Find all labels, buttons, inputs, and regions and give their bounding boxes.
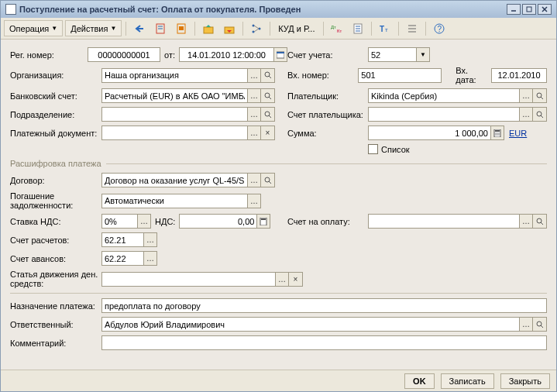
label-comment: Комментарий: <box>10 339 101 348</box>
label-pogashenie: Погашение задолженности: <box>10 191 101 210</box>
responsible-field[interactable] <box>101 317 519 332</box>
folder-down-button[interactable] <box>220 20 239 36</box>
svg-rect-1 <box>527 7 531 12</box>
section-header: Расшифровка платежа <box>10 159 547 168</box>
svg-point-47 <box>498 134 499 135</box>
cashflow-field[interactable] <box>101 272 275 287</box>
spisok-checkbox[interactable] <box>368 144 378 154</box>
label-acct-settlement: Счет расчетов: <box>10 236 101 245</box>
sheet-button[interactable] <box>349 20 367 36</box>
label-pay-doc: Платежный документ: <box>10 129 101 138</box>
ellipsis-icon[interactable]: … <box>247 107 261 122</box>
invoice-field[interactable] <box>368 214 519 229</box>
vh-nomer-field[interactable] <box>358 68 442 83</box>
ellipsis-icon[interactable]: … <box>519 107 533 122</box>
payer-acct-field[interactable] <box>368 107 519 122</box>
clear-icon[interactable]: × <box>289 272 303 287</box>
close-footer-button[interactable]: Закрыть <box>500 373 550 389</box>
list-button[interactable] <box>403 20 421 36</box>
comment-field[interactable] <box>101 335 547 350</box>
orange-doc-button[interactable] <box>172 20 191 36</box>
magnify-icon[interactable] <box>261 173 275 187</box>
label-purpose: Назначение платежа: <box>10 301 101 311</box>
ellipsis-icon[interactable]: … <box>143 232 157 247</box>
label-bank-acct: Банковский счет: <box>10 91 101 101</box>
ellipsis-icon[interactable]: … <box>247 173 261 187</box>
pogashenie-field[interactable] <box>101 194 247 208</box>
magnify-icon[interactable] <box>261 68 275 83</box>
help-button[interactable]: ? <box>430 20 449 36</box>
folder-up-button[interactable] <box>199 20 218 36</box>
ellipsis-icon[interactable]: … <box>143 251 157 266</box>
bank-acct-field[interactable] <box>101 88 247 103</box>
reg-number-field[interactable] <box>88 47 160 62</box>
magnify-icon[interactable] <box>261 88 275 103</box>
close-button[interactable] <box>538 4 552 15</box>
magnify-icon[interactable] <box>533 214 547 229</box>
pay-doc-field[interactable] <box>101 126 247 140</box>
acct-advance-field[interactable] <box>101 251 143 266</box>
summa-field[interactable] <box>368 126 490 140</box>
back-button[interactable] <box>130 20 149 36</box>
currency-link[interactable]: EUR <box>509 129 527 138</box>
payer-field[interactable] <box>368 88 519 103</box>
clear-icon[interactable]: × <box>261 126 275 140</box>
vh-data-field[interactable] <box>491 68 547 83</box>
dtkt-button[interactable]: ДтКт <box>328 20 346 36</box>
minimize-button[interactable] <box>507 4 521 15</box>
acct-settlement-field[interactable] <box>101 232 143 247</box>
ellipsis-icon[interactable]: … <box>247 88 261 103</box>
calculator-icon[interactable] <box>256 214 270 229</box>
uchet-value: 52 <box>371 50 380 60</box>
svg-line-49 <box>269 181 271 184</box>
magnify-icon[interactable] <box>533 88 547 103</box>
label-payer: Плательщик: <box>287 91 368 101</box>
contract-field[interactable] <box>101 173 247 187</box>
label-responsible: Ответственный: <box>10 320 101 329</box>
ellipsis-icon[interactable]: … <box>247 126 261 140</box>
ellipsis-icon[interactable]: … <box>519 317 533 332</box>
calculator-icon[interactable] <box>490 126 504 140</box>
vat-rate-field[interactable] <box>101 214 137 229</box>
save-button[interactable]: Записать <box>441 373 494 389</box>
chevron-down-icon: ▼ <box>110 25 116 32</box>
org-field[interactable] <box>101 68 247 83</box>
magnify-icon[interactable] <box>533 317 547 332</box>
ok-button[interactable]: OK <box>404 373 435 389</box>
kud-button[interactable]: КУД и Р... <box>274 20 318 36</box>
ellipsis-icon[interactable]: … <box>519 214 533 229</box>
svg-line-33 <box>269 97 271 99</box>
svg-text:?: ? <box>437 25 442 33</box>
label-vat: НДС: <box>155 217 175 226</box>
svg-point-42 <box>495 132 496 133</box>
magnify-icon[interactable] <box>533 107 547 122</box>
chevron-down-icon: ▼ <box>416 48 429 61</box>
purpose-field[interactable] <box>101 298 547 313</box>
ellipsis-icon[interactable]: … <box>275 272 289 287</box>
label-invoice: Счет на оплату: <box>287 217 368 226</box>
section-title: Расшифровка платежа <box>10 159 101 168</box>
ellipsis-icon[interactable]: … <box>519 88 533 103</box>
subdiv-field[interactable] <box>101 107 247 122</box>
ellipsis-icon[interactable]: … <box>247 68 261 83</box>
ellipsis-icon[interactable]: … <box>137 214 151 229</box>
svg-line-37 <box>269 115 271 118</box>
datetime-field[interactable] <box>179 47 273 62</box>
actions-menu[interactable]: Действия ▼ <box>65 20 122 36</box>
svg-rect-9 <box>179 26 184 30</box>
tt-button[interactable]: Tт <box>376 20 394 36</box>
operation-menu[interactable]: Операция ▼ <box>4 20 63 36</box>
vat-amount-field[interactable] <box>179 214 256 229</box>
toolbar: Операция ▼ Действия ▼ КУД и Р... ДтКт Tт… <box>1 18 556 40</box>
ellipsis-icon[interactable]: … <box>247 194 261 208</box>
svg-rect-29 <box>277 52 284 53</box>
document-button[interactable] <box>151 20 170 36</box>
calendar-icon[interactable] <box>273 47 287 62</box>
maximize-button[interactable] <box>522 4 536 15</box>
label-uchet: Счет учета: <box>287 50 368 60</box>
magnify-icon[interactable] <box>261 107 275 122</box>
svg-line-35 <box>541 97 543 99</box>
uchet-select[interactable]: 52 ▼ <box>368 47 430 62</box>
tree-button[interactable] <box>247 20 266 36</box>
label-reg-number: Рег. номер: <box>10 50 88 60</box>
